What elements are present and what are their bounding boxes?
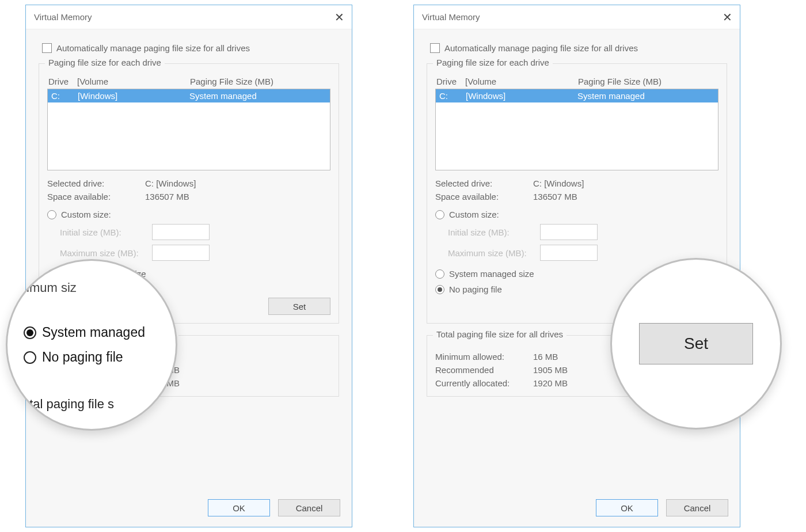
auto-manage-label: Automatically manage paging file size fo… [56, 43, 250, 53]
radio-system-managed-zoom[interactable] [24, 326, 36, 339]
radio-system-managed[interactable] [435, 269, 444, 279]
magnifier-callout: Set [610, 258, 782, 430]
initial-size-input[interactable] [540, 224, 598, 240]
selected-drive-label: Selected drive: [47, 178, 145, 188]
ok-button[interactable]: OK [596, 499, 658, 516]
space-label: Space available: [47, 192, 145, 202]
drive-row-c[interactable]: C: [Windows] System managed [436, 89, 718, 102]
col-pfs: Paging File Size (MB) [578, 77, 717, 86]
drive-group-label: Paging file size for each drive [433, 58, 553, 67]
col-pfs: Paging File Size (MB) [190, 77, 329, 86]
radio-custom-size[interactable] [47, 210, 56, 219]
radio-custom-label: Custom size: [61, 210, 111, 219]
drive-list[interactable]: C: [Windows] System managed [47, 89, 330, 170]
radio-system-label-zoom: System managed [42, 325, 145, 340]
magnifier-bottom-text: otal paging file s [22, 397, 114, 412]
cancel-button[interactable]: Cancel [278, 499, 340, 516]
set-button[interactable]: Set [268, 298, 330, 315]
col-drive: Drive [436, 77, 465, 86]
auto-manage-checkbox[interactable] [430, 43, 440, 53]
close-icon[interactable]: ✕ [331, 10, 347, 24]
initial-size-input[interactable] [152, 224, 210, 240]
selected-drive-value: C: [Windows] [145, 178, 196, 188]
cancel-button[interactable]: Cancel [666, 499, 728, 516]
drive-group-label: Paging file size for each drive [45, 58, 165, 67]
initial-size-label: Initial size (MB): [60, 227, 152, 237]
maximum-size-label: Maximum size (MB): [60, 248, 152, 258]
col-drive: Drive [48, 77, 77, 86]
titlebar: Virtual Memory ✕ [26, 5, 352, 29]
auto-manage-label: Automatically manage paging file size fo… [444, 43, 638, 53]
space-value: 136507 MB [145, 192, 189, 202]
magnifier-callout: ximum siz System managed No paging file … [6, 259, 177, 431]
window-title: Virtual Memory [34, 12, 92, 22]
col-volume: [Volume [465, 77, 578, 86]
close-icon[interactable]: ✕ [719, 10, 735, 24]
radio-custom-size[interactable] [435, 210, 444, 219]
ok-button[interactable]: OK [208, 499, 270, 516]
drive-row-c[interactable]: C: [Windows] System managed [48, 89, 330, 102]
radio-no-paging-label-zoom: No paging file [42, 349, 123, 365]
titlebar: Virtual Memory ✕ [414, 5, 740, 29]
maximum-size-input[interactable] [540, 245, 598, 261]
col-volume: [Volume [77, 77, 190, 86]
window-title: Virtual Memory [422, 12, 480, 22]
set-button-zoom[interactable]: Set [639, 323, 753, 364]
maximum-size-input[interactable] [152, 245, 210, 261]
auto-manage-checkbox[interactable] [42, 43, 52, 53]
radio-no-paging[interactable] [435, 285, 444, 294]
radio-no-paging-zoom[interactable] [24, 351, 36, 364]
drive-list[interactable]: C: [Windows] System managed [435, 89, 718, 170]
